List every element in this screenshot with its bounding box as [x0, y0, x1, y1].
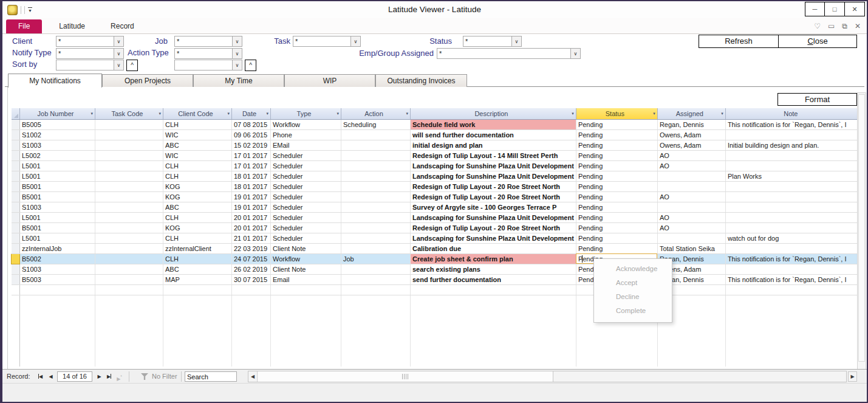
table-row[interactable]: S1003ABC26 02 2019Client Notesearch exis…	[12, 264, 860, 274]
cell-action[interactable]	[341, 129, 411, 140]
cell-job_number[interactable]: L5001	[20, 160, 95, 171]
cell-action[interactable]	[341, 212, 411, 222]
sort-filter-arrow-icon[interactable]: ▾	[721, 111, 723, 116]
scroll-right-arrow[interactable]: ▶	[848, 371, 857, 382]
cell-note[interactable]: This notification is for `Regan, Dennis`…	[725, 253, 859, 264]
client-combobox[interactable]: * ∨	[56, 36, 124, 47]
job-combobox[interactable]: * ∨	[174, 36, 242, 47]
cell-job_number[interactable]: L5001	[20, 212, 95, 222]
cell-job_number[interactable]: B5001	[20, 181, 95, 191]
sort-filter-arrow-icon[interactable]: ▾	[159, 111, 161, 116]
cell-assigned[interactable]: AO	[657, 212, 725, 222]
cell-action[interactable]	[341, 181, 411, 191]
cell-date[interactable]: 15 02 2019	[232, 140, 271, 150]
tab-wip[interactable]: WIP	[284, 74, 375, 87]
row-selector[interactable]	[12, 233, 20, 243]
cell-job_number[interactable]: zzInternalJob	[20, 243, 95, 253]
cell-task_code[interactable]	[95, 181, 163, 191]
minimize-button[interactable]: ─	[805, 2, 825, 16]
cell-job_number[interactable]: L5002	[20, 150, 95, 160]
cell-action[interactable]	[341, 202, 411, 212]
cell-status[interactable]: Pending	[576, 129, 657, 140]
cell-type[interactable]: Email	[271, 274, 341, 284]
cell-type[interactable]: Client Note	[271, 264, 341, 274]
cell-description[interactable]: initial design and plan	[411, 140, 576, 150]
menu-item-acknowledge[interactable]: Acknowledge	[594, 262, 672, 276]
cell-task_code[interactable]	[95, 160, 163, 171]
cell-type[interactable]: Workflow	[271, 253, 341, 264]
status-combobox[interactable]: * ∨	[463, 36, 522, 47]
cell-assigned[interactable]: Regan, Dennis	[657, 119, 725, 129]
cell-task_code[interactable]	[95, 243, 163, 253]
cell-task_code[interactable]	[95, 233, 163, 243]
previous-record-button[interactable]: ◀	[46, 372, 55, 381]
cell-action[interactable]	[341, 140, 411, 150]
cell-job_number[interactable]: B5001	[20, 191, 95, 202]
horizontal-scrollbar-thumb[interactable]	[258, 371, 553, 382]
cell-type[interactable]: EMail	[271, 140, 341, 150]
ribbon-tab-file[interactable]: File	[6, 19, 42, 33]
cell-status[interactable]: Pending	[576, 222, 657, 233]
tab-open-projects[interactable]: Open Projects	[102, 74, 193, 87]
horizontal-scrollbar[interactable]: ◀	[248, 371, 847, 382]
task-combobox[interactable]: * ∨	[293, 36, 361, 47]
cell-type[interactable]: Scheduler	[271, 171, 341, 181]
cell-description[interactable]: will send further documentation	[411, 129, 576, 140]
cell-task_code[interactable]	[95, 191, 163, 202]
cell-note[interactable]: Plan Works	[725, 171, 859, 181]
cell-type[interactable]: Workflow	[271, 119, 341, 129]
row-selector[interactable]	[12, 264, 20, 274]
cell-date[interactable]: 19 01 2017	[232, 191, 271, 202]
sort-filter-arrow-icon[interactable]: ▾	[266, 111, 268, 116]
column-header-description[interactable]: Description▾	[411, 108, 576, 119]
window-close-icon[interactable]: ✕	[855, 22, 861, 30]
vertical-scrollbar[interactable]	[857, 92, 866, 370]
cell-date[interactable]: 20 01 2017	[232, 212, 271, 222]
cell-status[interactable]: Pending	[576, 191, 657, 202]
cell-assigned[interactable]: Total Station Seika	[657, 243, 725, 253]
cell-date[interactable]: 07 08 2015	[232, 119, 271, 129]
cell-note[interactable]	[725, 129, 859, 140]
refresh-button[interactable]: Refresh	[699, 35, 779, 48]
cell-job_number[interactable]: B5003	[20, 274, 95, 284]
chevron-down-icon[interactable]: ∨	[114, 60, 123, 70]
cell-note[interactable]: This notification is for `Regan, Dennis`…	[725, 274, 859, 284]
cell-action[interactable]: Scheduling	[341, 119, 411, 129]
cell-assigned[interactable]: Owens, Adam	[657, 129, 725, 140]
cell-assigned[interactable]: AO	[657, 222, 725, 233]
cell-date[interactable]: 20 01 2017	[232, 222, 271, 233]
cell-client_code[interactable]: WIC	[163, 150, 232, 160]
cell-job_number[interactable]: L5001	[20, 233, 95, 243]
cell-client_code[interactable]: CLH	[163, 171, 232, 181]
table-row[interactable]: B5001KOG18 01 2017SchedulerRedesign of T…	[12, 181, 860, 191]
cell-note[interactable]: Initial building design and plan.	[725, 140, 859, 150]
cell-note[interactable]: This notification is for `Regan, Dennis`…	[725, 119, 859, 129]
cell-client_code[interactable]: CLH	[163, 119, 232, 129]
cell-date[interactable]: 21 01 2017	[232, 233, 271, 243]
cell-note[interactable]	[725, 222, 859, 233]
cell-type[interactable]: Scheduler	[271, 181, 341, 191]
cell-type[interactable]: Phone	[271, 129, 341, 140]
action-type-combobox[interactable]: * ∨	[174, 48, 242, 59]
close-form-button[interactable]: Close	[778, 35, 857, 48]
cell-date[interactable]: 19 01 2017	[232, 202, 271, 212]
cell-note[interactable]	[725, 181, 859, 191]
table-row[interactable]: L5002WIC17 01 2017SchedulerRedesign of T…	[12, 150, 860, 160]
cell-description[interactable]: Survey of Argyle site - 100 Georges Terr…	[411, 202, 576, 212]
cell-task_code[interactable]	[95, 212, 163, 222]
select-all-corner[interactable]	[12, 108, 20, 119]
cell-client_code[interactable]: KOG	[163, 191, 232, 202]
cell-action[interactable]	[341, 150, 411, 160]
cell-action[interactable]	[341, 274, 411, 284]
cell-date[interactable]: 30 07 2015	[232, 274, 271, 284]
cell-status[interactable]: Pending	[576, 212, 657, 222]
cell-task_code[interactable]	[95, 119, 163, 129]
cell-description[interactable]: Calibration due	[411, 243, 576, 253]
table-row[interactable]: B5002CLH24 07 2015WorkflowJobCreate job …	[12, 253, 860, 264]
tab-outstanding-invoices[interactable]: Outstanding Invoices	[375, 74, 467, 87]
column-header-status[interactable]: Status▾	[576, 108, 657, 119]
cell-status[interactable]: Pending	[576, 233, 657, 243]
cell-assigned[interactable]: AO	[657, 160, 725, 171]
sort-ascending-button-2[interactable]: ^	[245, 60, 256, 71]
tab-my-time[interactable]: My Time	[193, 74, 284, 87]
